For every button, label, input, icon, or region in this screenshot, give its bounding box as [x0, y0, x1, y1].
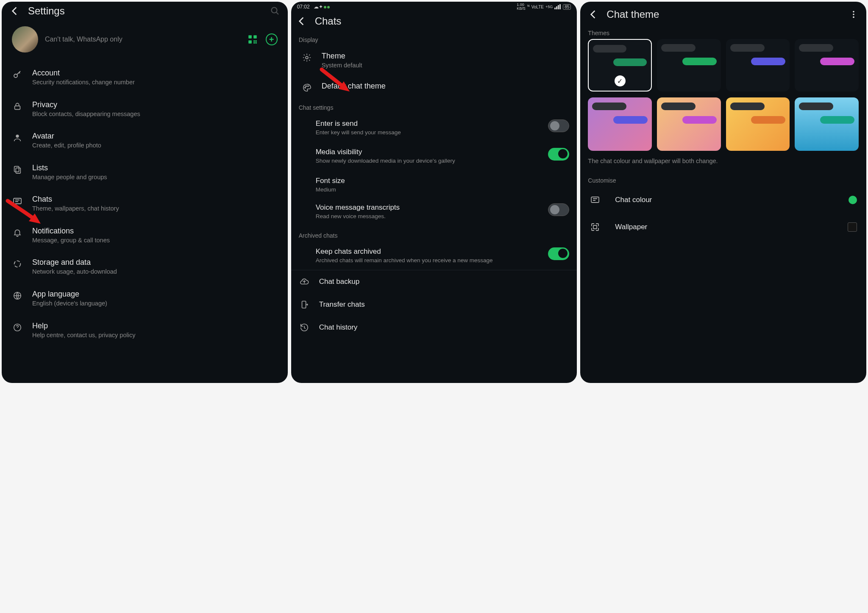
chat-theme-screen: Chat theme Themes ✓ The chat colour and … [580, 2, 866, 383]
svg-point-0 [271, 8, 277, 13]
themes-label: Themes [580, 24, 866, 39]
svg-point-19 [306, 86, 306, 86]
battery-badge: 85 [563, 4, 571, 10]
data-icon [12, 259, 23, 269]
theme-option-4[interactable] [795, 39, 859, 92]
svg-rect-4 [253, 40, 255, 42]
font-size-row[interactable]: Font size Medium [291, 171, 577, 198]
globe-icon [12, 291, 23, 300]
enter-is-send-switch[interactable] [548, 119, 569, 132]
settings-item-chats[interactable]: Chats Theme, wallpapers, chat history [2, 188, 288, 220]
palette-icon [301, 83, 312, 92]
chat-icon [590, 195, 601, 205]
chat-icon [12, 196, 23, 206]
clock: 07:02 [297, 4, 310, 10]
svg-rect-6 [255, 40, 256, 42]
section-chat-settings: Chat settings [291, 98, 577, 114]
section-archived: Archived chats [291, 226, 577, 241]
svg-rect-1 [248, 35, 252, 39]
status-bar: 07:02 ☁✦ 1.00KB/S ᴺVoLTE +5G 85 [291, 2, 577, 12]
theme-option-6[interactable] [657, 97, 721, 151]
help-icon [12, 323, 23, 332]
svg-point-14 [14, 261, 21, 267]
svg-rect-11 [14, 166, 19, 172]
svg-point-17 [306, 56, 308, 59]
lock-icon [12, 102, 23, 111]
chat-backup-row[interactable]: Chat backup [291, 270, 577, 293]
theme-option-2[interactable] [657, 39, 721, 92]
svg-point-8 [14, 74, 17, 78]
voice-transcripts-switch[interactable] [548, 203, 569, 216]
settings-item-app-language[interactable]: App language English (device's language) [2, 283, 288, 315]
cloud-upload-icon [299, 277, 310, 286]
svg-rect-2 [253, 35, 257, 39]
settings-item-lists[interactable]: Lists Manage people and groups [2, 157, 288, 189]
svg-rect-12 [16, 168, 20, 173]
avatar-icon [12, 133, 23, 142]
chat-colour-swatch [849, 196, 857, 204]
customise-label: Customise [580, 171, 866, 186]
chats-settings-screen: 07:02 ☁✦ 1.00KB/S ᴺVoLTE +5G 85 Chats Di… [291, 2, 577, 383]
back-button[interactable] [587, 8, 599, 20]
chat-theme-topbar: Chat theme [580, 2, 866, 24]
transfer-icon [299, 300, 310, 309]
gear-icon [301, 53, 312, 62]
qr-icon[interactable] [247, 34, 258, 45]
theme-option-7[interactable] [726, 97, 790, 151]
voice-transcripts-row[interactable]: Voice message transcripts Read new voice… [291, 197, 577, 226]
svg-point-18 [304, 87, 305, 88]
svg-point-20 [307, 86, 308, 86]
wallpaper-swatch [848, 222, 857, 232]
svg-rect-7 [253, 42, 255, 44]
keep-archived-switch[interactable] [548, 247, 569, 260]
enter-is-send-row[interactable]: Enter is send Enter key will send your m… [291, 114, 577, 142]
theme-option-5[interactable] [588, 97, 652, 151]
chat-history-row[interactable]: Chat history [291, 316, 577, 339]
add-account-button[interactable]: + [266, 33, 278, 45]
svg-rect-5 [255, 42, 256, 44]
theme-row[interactable]: Theme System default [291, 46, 577, 76]
section-display: Display [291, 31, 577, 46]
svg-point-22 [853, 11, 854, 13]
svg-point-23 [853, 14, 854, 15]
media-visibility-switch[interactable] [548, 148, 569, 161]
transfer-chats-row[interactable]: Transfer chats [291, 293, 577, 316]
search-icon[interactable] [269, 5, 281, 17]
profile-row[interactable]: Can't talk, WhatsApp only + [2, 20, 288, 62]
wallpaper-icon [590, 222, 601, 232]
settings-item-notifications[interactable]: Notifications Message, group & call tone… [2, 220, 288, 252]
settings-item-account[interactable]: Account Security notifications, change n… [2, 62, 288, 94]
theme-option-3[interactable] [726, 39, 790, 92]
svg-point-24 [853, 17, 854, 18]
svg-rect-3 [248, 40, 252, 44]
svg-rect-13 [14, 198, 21, 204]
settings-topbar: Settings [2, 2, 288, 20]
keep-archived-row[interactable]: Keep chats archived Archived chats will … [291, 241, 577, 270]
back-button[interactable] [295, 15, 307, 27]
lists-icon [12, 165, 23, 174]
chats-topbar: Chats [291, 12, 577, 31]
settings-screen: Settings Can't talk, WhatsApp only + Acc… [2, 2, 288, 383]
settings-item-avatar[interactable]: Avatar Create, edit, profile photo [2, 125, 288, 157]
settings-item-help[interactable]: Help Help centre, contact us, privacy po… [2, 315, 288, 347]
chat-colour-row[interactable]: Chat colour [580, 186, 866, 214]
theme-option-1[interactable]: ✓ [588, 39, 652, 92]
page-title: Chats [315, 15, 342, 27]
svg-rect-26 [593, 225, 597, 229]
theme-option-8[interactable] [795, 97, 859, 151]
page-title: Settings [28, 5, 65, 17]
more-menu-icon[interactable] [848, 8, 860, 20]
wallpaper-row[interactable]: Wallpaper [580, 214, 866, 241]
back-button[interactable] [8, 5, 20, 17]
theme-hint: The chat colour and wallpaper will both … [580, 151, 866, 171]
svg-point-10 [16, 135, 19, 138]
bell-icon [12, 228, 23, 237]
default-chat-theme-row[interactable]: Default chat theme [291, 76, 577, 98]
history-icon [299, 323, 310, 332]
svg-rect-25 [591, 197, 599, 202]
svg-rect-21 [302, 301, 306, 308]
profile-status: Can't talk, WhatsApp only [45, 36, 122, 43]
settings-item-storage-and-data[interactable]: Storage and data Network usage, auto-dow… [2, 251, 288, 283]
settings-item-privacy[interactable]: Privacy Block contacts, disappearing mes… [2, 94, 288, 125]
media-visibility-row[interactable]: Media visibility Show newly downloaded m… [291, 142, 577, 171]
